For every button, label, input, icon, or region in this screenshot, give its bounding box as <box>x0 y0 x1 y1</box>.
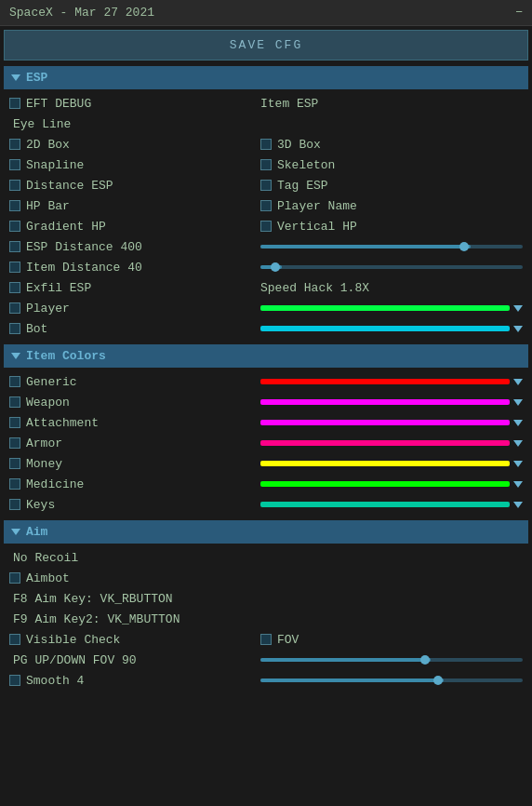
3d-box-checkbox[interactable] <box>260 139 272 150</box>
tag-esp-right: Tag ESP <box>260 179 523 193</box>
esp-distance-slider-right <box>260 245 523 249</box>
bot-color-bar <box>260 326 510 331</box>
exfil-esp-checkbox[interactable] <box>9 282 20 293</box>
tag-esp-label: Tag ESP <box>277 179 328 193</box>
weapon-color-bar <box>260 399 510 405</box>
fov-slider-track[interactable] <box>260 658 523 662</box>
distance-esp-label: Distance ESP <box>26 179 113 193</box>
esp-distance-slider-track[interactable] <box>260 245 523 249</box>
money-color-right <box>260 461 523 467</box>
smooth-checkbox[interactable] <box>9 675 20 686</box>
gradient-hp-left: Gradient HP <box>9 220 260 234</box>
close-button[interactable]: − <box>515 6 523 20</box>
snapline-checkbox[interactable] <box>9 159 20 170</box>
medicine-color-dropdown[interactable] <box>513 481 523 488</box>
keys-left: Keys <box>9 498 260 512</box>
generic-checkbox[interactable] <box>9 376 20 387</box>
2d-box-checkbox[interactable] <box>9 139 20 150</box>
keys-checkbox[interactable] <box>9 499 20 510</box>
item-distance-slider-track[interactable] <box>260 265 523 269</box>
player-name-right: Player Name <box>260 199 523 213</box>
attachment-color-dropdown[interactable] <box>513 420 523 426</box>
skeleton-right: Skeleton <box>260 158 523 172</box>
esp-distance-slider-thumb[interactable] <box>459 242 469 251</box>
aim-collapse-icon <box>11 529 20 535</box>
skeleton-checkbox[interactable] <box>260 159 272 170</box>
item-distance-slider-thumb[interactable] <box>271 262 280 272</box>
weapon-left: Weapon <box>9 396 260 410</box>
vertical-hp-label: Vertical HP <box>277 220 357 234</box>
row-attachment: Attachment <box>9 412 523 433</box>
smooth-slider-thumb[interactable] <box>433 676 443 685</box>
keys-color-right <box>260 502 523 508</box>
vertical-hp-checkbox[interactable] <box>260 221 272 232</box>
visible-check-left: Visible Check <box>9 633 260 647</box>
bot-color-right <box>260 326 523 332</box>
player-checkbox[interactable] <box>9 302 20 314</box>
medicine-label: Medicine <box>26 477 84 491</box>
armor-color-dropdown[interactable] <box>513 440 523 447</box>
keys-label: Keys <box>26 498 55 512</box>
attachment-checkbox[interactable] <box>9 417 20 428</box>
aimbot-checkbox[interactable] <box>9 572 20 584</box>
money-label: Money <box>26 457 62 471</box>
snapline-label: Snapline <box>26 158 84 172</box>
esp-section-label: ESP <box>26 71 47 85</box>
eft-debug-checkbox[interactable] <box>9 98 20 109</box>
weapon-checkbox[interactable] <box>9 396 20 408</box>
row-smooth: Smooth 4 <box>9 670 523 691</box>
player-color-right <box>260 305 523 312</box>
fov-label: FOV <box>277 633 299 647</box>
weapon-color-dropdown[interactable] <box>513 399 523 406</box>
pg-fov-label: PG UP/DOWN FOV 90 <box>9 653 137 667</box>
aim-section-header[interactable]: Aim <box>4 520 528 544</box>
player-color-dropdown[interactable] <box>513 305 523 312</box>
hp-bar-checkbox[interactable] <box>9 200 20 211</box>
pg-fov-left: PG UP/DOWN FOV 90 <box>9 653 260 667</box>
gradient-hp-checkbox[interactable] <box>9 221 20 232</box>
armor-checkbox[interactable] <box>9 437 20 449</box>
speed-hack-right: Speed Hack 1.8X <box>260 281 523 295</box>
eye-line-label: Eye Line <box>9 117 71 131</box>
item-distance-left: Item Distance 40 <box>9 261 260 275</box>
esp-distance-slider-fill <box>260 245 471 249</box>
visible-check-label: Visible Check <box>26 633 120 647</box>
item-colors-section-header[interactable]: Item Colors <box>4 344 528 368</box>
bot-checkbox[interactable] <box>9 323 20 334</box>
money-color-dropdown[interactable] <box>513 461 523 467</box>
bot-color-dropdown[interactable] <box>513 326 523 332</box>
generic-color-right <box>260 379 523 385</box>
title-bar: SpaceX - Mar 27 2021 − <box>0 0 532 26</box>
esp-section-header[interactable]: ESP <box>4 66 528 89</box>
row-exfil-esp: Exfil ESP Speed Hack 1.8X <box>9 277 523 298</box>
generic-color-dropdown[interactable] <box>513 379 523 385</box>
row-f9-aim-key: F9 Aim Key2: VK_MBUTTON <box>9 609 523 629</box>
armor-color-bar <box>260 440 510 446</box>
item-distance-checkbox[interactable] <box>9 262 20 273</box>
fov-checkbox[interactable] <box>260 634 272 645</box>
bot-label: Bot <box>26 322 47 336</box>
esp-distance-checkbox[interactable] <box>9 241 20 252</box>
exfil-esp-label: Exfil ESP <box>26 281 91 295</box>
keys-color-dropdown[interactable] <box>513 502 523 508</box>
generic-left: Generic <box>9 375 260 389</box>
no-recoil-label: No Recoil <box>9 551 78 565</box>
eft-debug-label: EFT DEBUG <box>26 97 91 111</box>
distance-esp-checkbox[interactable] <box>9 180 20 191</box>
row-armor: Armor <box>9 433 523 453</box>
smooth-slider-track[interactable] <box>260 678 523 682</box>
save-cfg-button[interactable]: SAVE CFG <box>4 30 528 60</box>
medicine-checkbox[interactable] <box>9 478 20 490</box>
attachment-color-right <box>260 420 523 426</box>
2d-box-left: 2D Box <box>9 138 260 152</box>
row-medicine: Medicine <box>9 474 523 494</box>
smooth-slider-fill <box>260 678 444 682</box>
fov-slider-thumb[interactable] <box>420 655 430 665</box>
tag-esp-checkbox[interactable] <box>260 180 272 191</box>
player-name-checkbox[interactable] <box>260 200 272 211</box>
money-checkbox[interactable] <box>9 458 20 469</box>
aimbot-label: Aimbot <box>26 571 70 585</box>
bot-left: Bot <box>9 322 260 336</box>
aim-section-label: Aim <box>26 525 47 539</box>
visible-check-checkbox[interactable] <box>9 634 20 645</box>
